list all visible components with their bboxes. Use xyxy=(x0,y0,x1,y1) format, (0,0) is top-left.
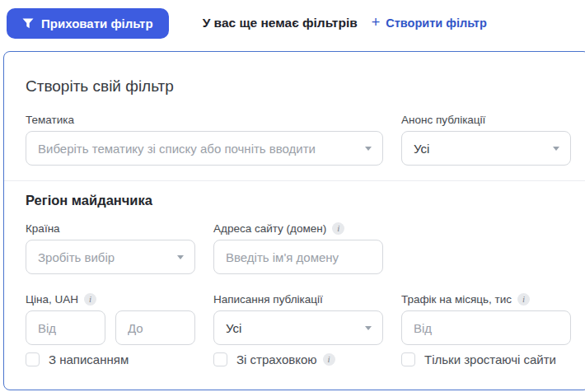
country-label: Країна xyxy=(26,222,195,236)
create-filter-link-label: Створити фільтр xyxy=(386,16,487,30)
announcement-label: Анонс публікації xyxy=(401,113,571,127)
writing-select[interactable]: Усі xyxy=(213,310,383,345)
section-divider xyxy=(4,180,585,181)
announcement-select[interactable]: Усі xyxy=(401,131,571,166)
plus-icon: + xyxy=(372,15,381,30)
info-icon[interactable] xyxy=(84,293,96,306)
only-growing-sites-checkbox[interactable]: Тільки зростаючі сайти xyxy=(401,352,571,366)
info-icon[interactable] xyxy=(332,222,344,235)
checkbox-icon xyxy=(213,352,227,366)
price-label: Ціна, UAH xyxy=(26,292,195,306)
writing-label: Написання публікації xyxy=(213,292,383,306)
topic-label: Тематика xyxy=(26,113,383,127)
filters-toolbar: Приховати фільтр У вас ще немає фільтрів… xyxy=(0,0,585,46)
chevron-down-icon xyxy=(177,255,184,259)
filter-funnel-icon xyxy=(22,18,34,29)
hide-filter-button-label: Приховати фільтр xyxy=(41,16,153,30)
no-filters-status: У вас ще немає фільтрів xyxy=(203,16,358,30)
filter-builder-panel: Створіть свій фільтр Тематика Анонс публ… xyxy=(3,51,585,390)
chevron-down-icon xyxy=(365,147,372,151)
with-writing-checkbox[interactable]: З написанням xyxy=(26,352,195,366)
info-icon[interactable] xyxy=(323,353,335,366)
topic-select-placeholder: Виберіть тематику зі списку або почніть … xyxy=(38,142,316,156)
region-section-heading: Регіон майданчика xyxy=(26,192,568,209)
create-filter-link[interactable]: + Створити фільтр xyxy=(372,16,487,30)
domain-input[interactable] xyxy=(213,240,383,274)
hide-filter-button[interactable]: Приховати фільтр xyxy=(7,8,169,39)
checkbox-icon xyxy=(401,352,415,366)
with-insurance-checkbox[interactable]: Зі страховкою xyxy=(213,352,383,366)
with-writing-checkbox-label: З написанням xyxy=(49,352,129,366)
country-select-placeholder: Зробіть вибір xyxy=(38,250,115,264)
traffic-label: Трафік на місяць, тис xyxy=(401,292,571,306)
price-from-input[interactable] xyxy=(26,310,105,345)
only-growing-sites-checkbox-label: Тільки зростаючі сайти xyxy=(424,352,556,366)
topic-select[interactable]: Виберіть тематику зі списку або почніть … xyxy=(26,131,383,166)
price-to-input[interactable] xyxy=(115,310,195,345)
traffic-from-input[interactable] xyxy=(401,310,571,345)
domain-label: Адреса сайту (домен) xyxy=(213,222,383,236)
checkbox-icon xyxy=(26,352,40,366)
announcement-select-value: Усі xyxy=(414,142,429,156)
chevron-down-icon xyxy=(553,147,559,151)
writing-select-value: Усі xyxy=(226,321,241,335)
info-icon[interactable] xyxy=(517,293,530,306)
country-select[interactable]: Зробіть вибір xyxy=(26,240,195,274)
chevron-down-icon xyxy=(365,326,372,330)
panel-title: Створіть свій фільтр xyxy=(26,77,568,96)
with-insurance-checkbox-label: Зі страховкою xyxy=(236,352,335,366)
